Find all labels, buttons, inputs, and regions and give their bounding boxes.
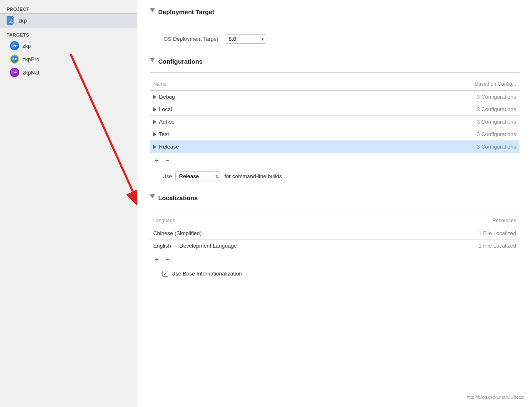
configurations-header: Configurations	[150, 58, 520, 67]
config-count-test: 3 Configurations	[299, 128, 520, 141]
localizations-title: Localizations	[158, 194, 198, 201]
main-content: Deployment Target iOS Deployment Target …	[137, 0, 532, 407]
use-release-select[interactable]: Release Debug Local Adhoc Test	[175, 171, 221, 181]
target-label-zkpnat: zkpNat	[22, 69, 39, 76]
configurations-triangle-icon	[150, 58, 155, 65]
row-expand-icon	[153, 95, 157, 99]
use-label: Use	[162, 173, 172, 179]
loc-language-chinese: Chinese (Simplified)	[150, 227, 398, 240]
use-select-wrapper[interactable]: Release Debug Local Adhoc Test	[175, 171, 221, 181]
configurations-title: Configurations	[158, 58, 203, 65]
sidebar: PROJECT zkp zkp TARGETS ZKP zkp ZKP zkpP…	[0, 0, 137, 407]
table-row[interactable]: Test 3 Configurations	[150, 128, 520, 141]
target-label-zkppro: zkpPro	[22, 56, 39, 62]
zkpnat-target-icon: ZKP	[10, 68, 19, 77]
project-section-title: PROJECT	[0, 4, 137, 13]
localizations-table: Language Resources Chinese (Simplified) …	[150, 216, 520, 252]
config-add-button[interactable]: +	[153, 156, 160, 165]
config-name-local: Local	[150, 103, 299, 116]
config-count-release: 3 Configurations	[299, 141, 520, 153]
use-base-row: ✓ Use Base Internationalization	[150, 267, 520, 280]
table-row[interactable]: Adhoc 3 Configurations	[150, 116, 520, 128]
loc-add-remove-row: + −	[150, 252, 520, 267]
config-name-adhoc: Adhoc	[150, 116, 299, 128]
sidebar-item-zkp[interactable]: ZKP zkp	[0, 39, 137, 52]
deployment-label: iOS Deployment Target	[162, 36, 218, 42]
configurations-section: Configurations Name Based on Config... D…	[150, 58, 520, 184]
loc-language-english: English — Development Language	[150, 240, 398, 252]
config-col-based: Based on Config...	[299, 79, 520, 91]
use-base-checkbox[interactable]: ✓	[162, 271, 168, 277]
document-icon: zkp	[7, 16, 15, 25]
sidebar-item-zkpnat[interactable]: ZKP zkpNat	[0, 66, 137, 79]
localizations-triangle-icon	[150, 194, 155, 201]
sidebar-item-zkppro[interactable]: ZKP zkpPro	[0, 52, 137, 66]
table-row[interactable]: Local 3 Configurations	[150, 103, 520, 116]
row-expand-icon	[153, 132, 157, 136]
loc-resources-english: 1 File Localized	[398, 240, 520, 252]
table-row[interactable]: Debug 3 Configurations	[150, 91, 520, 103]
configurations-table: Name Based on Config... Debug 3 Configur…	[150, 79, 520, 153]
ios-deployment-select-wrapper[interactable]: 8.0 7.0 7.1 8.1 8.2 9.0	[225, 34, 266, 44]
loc-resources-chinese: 1 File Localized	[398, 227, 520, 240]
svg-text:zkp: zkp	[9, 21, 13, 23]
targets-section-title: TARGETS	[0, 27, 137, 39]
watermark: http://blog.csdn.net/LIUitcast	[467, 395, 525, 400]
deployment-divider	[150, 23, 520, 23]
ios-deployment-select[interactable]: 8.0 7.0 7.1 8.1 8.2 9.0	[225, 34, 266, 44]
config-name-debug: Debug	[150, 91, 299, 103]
configurations-divider	[150, 72, 520, 73]
target-label-zkp: zkp	[22, 43, 31, 49]
config-count-local: 3 Configurations	[299, 103, 520, 116]
loc-add-button[interactable]: +	[153, 256, 160, 264]
loc-col-language: Language	[150, 216, 398, 227]
deployment-triangle-icon	[150, 8, 155, 15]
row-expand-icon	[153, 120, 157, 124]
localizations-divider	[150, 209, 520, 209]
config-remove-button[interactable]: −	[164, 156, 171, 165]
deployment-target-section: Deployment Target iOS Deployment Target …	[150, 8, 520, 48]
for-command-line-label: for command-line builds	[224, 173, 282, 179]
table-row[interactable]: Chinese (Simplified) 1 File Localized	[150, 227, 520, 240]
config-name-test: Test	[150, 128, 299, 141]
config-col-name: Name	[150, 79, 299, 91]
row-expand-icon	[153, 107, 157, 112]
deployment-row: iOS Deployment Target 8.0 7.0 7.1 8.1 8.…	[150, 30, 520, 48]
localizations-section: Localizations Language Resources Chinese…	[150, 194, 520, 280]
deployment-target-title: Deployment Target	[158, 8, 214, 15]
loc-remove-button[interactable]: −	[164, 256, 171, 264]
config-count-debug: 3 Configurations	[299, 91, 520, 103]
use-base-label: Use Base Internationalization	[172, 271, 242, 277]
config-count-adhoc: 3 Configurations	[299, 116, 520, 128]
zkppro-target-icon: ZKP	[10, 55, 19, 64]
deployment-target-header: Deployment Target	[150, 8, 520, 18]
config-add-remove-row: + −	[150, 153, 520, 168]
localizations-header: Localizations	[150, 194, 520, 204]
table-row[interactable]: Release 3 Configurations	[150, 141, 520, 153]
use-release-row: Use Release Debug Local Adhoc Test for c…	[150, 168, 520, 184]
table-row[interactable]: English — Development Language 1 File Lo…	[150, 240, 520, 252]
loc-col-resources: Resources	[398, 216, 520, 227]
project-item[interactable]: zkp zkp	[0, 13, 137, 27]
config-name-release: Release	[150, 141, 299, 153]
zkp-target-icon: ZKP	[10, 41, 19, 50]
project-item-label: zkp	[18, 17, 27, 24]
row-expand-icon	[153, 145, 157, 149]
